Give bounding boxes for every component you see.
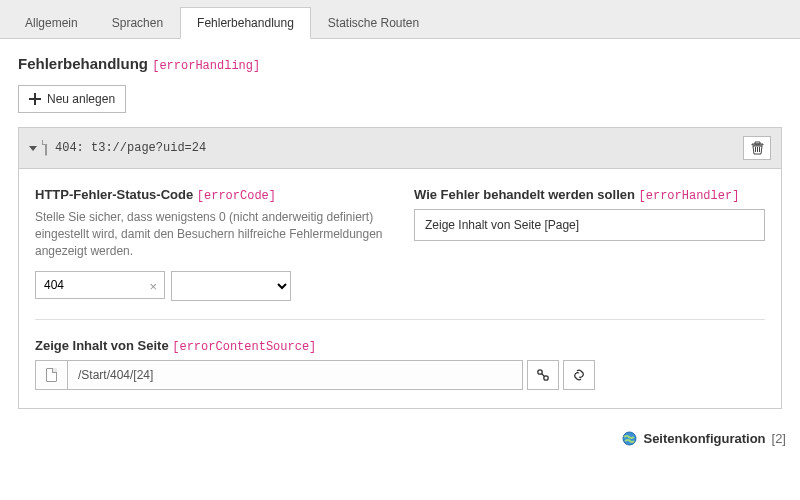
tabs-bar: Allgemein Sprachen Fehlerbehandlung Stat… [0,0,800,39]
error-code-input[interactable] [35,271,165,299]
link-wizard-button[interactable] [527,360,559,390]
error-code-tech: [errorCode] [197,189,276,203]
footer-label: Seitenkonfiguration [643,431,765,446]
section-title: Fehlerbehandlung [errorHandling] [18,55,782,73]
globe-icon [622,431,637,446]
content-source-label-text: Zeige Inhalt von Seite [35,338,169,353]
content-source-tech: [errorContentSource] [172,340,316,354]
footer: Seitenkonfiguration [2] [0,425,800,450]
file-icon [46,368,57,382]
error-handler-label: Wie Fehler behandelt werden sollen [erro… [414,187,765,203]
content-source-section: Zeige Inhalt von Seite [errorContentSour… [35,319,765,390]
record-header[interactable]: 404: t3://page?uid=24 [19,128,781,169]
link-wizard-icon [536,368,550,382]
error-handler-select[interactable]: Zeige Inhalt von Seite [Page] [414,209,765,241]
content-source-row [35,360,595,390]
section-title-tech: [errorHandling] [152,59,260,73]
fields-row: HTTP-Fehler-Status-Code [errorCode] Stel… [35,187,765,301]
error-code-select[interactable] [171,271,291,301]
tab-content: Fehlerbehandlung [errorHandling] Neu anl… [0,39,800,425]
footer-count: [2] [772,431,786,446]
tab-general[interactable]: Allgemein [8,7,95,39]
error-code-input-wrap: × [35,271,165,301]
page-icon [45,141,47,155]
tab-static-routes[interactable]: Statische Routen [311,7,436,39]
tab-error-handling[interactable]: Fehlerbehandlung [180,7,311,39]
section-title-text: Fehlerbehandlung [18,55,148,72]
content-source-input[interactable] [67,360,523,390]
content-source-type-icon-box [35,360,67,390]
error-handler-tech: [errorHandler] [639,189,740,203]
new-record-label: Neu anlegen [47,92,115,106]
tab-languages[interactable]: Sprachen [95,7,180,39]
error-code-label-text: HTTP-Fehler-Status-Code [35,187,193,202]
clear-input-icon[interactable]: × [149,279,157,294]
record-title: 404: t3://page?uid=24 [55,141,735,155]
error-code-inputs: × [35,271,386,301]
link-icon [572,368,586,382]
error-code-help: Stelle Sie sicher, dass wenigstens 0 (ni… [35,209,386,259]
error-handler-label-text: Wie Fehler behandelt werden sollen [414,187,635,202]
delete-button[interactable] [743,136,771,160]
chevron-down-icon [29,146,37,151]
plus-icon [29,93,41,105]
error-handler-col: Wie Fehler behandelt werden sollen [erro… [414,187,765,301]
error-code-col: HTTP-Fehler-Status-Code [errorCode] Stel… [35,187,386,301]
content-source-label: Zeige Inhalt von Seite [errorContentSour… [35,338,765,354]
record-body: HTTP-Fehler-Status-Code [errorCode] Stel… [19,169,781,408]
error-code-label: HTTP-Fehler-Status-Code [errorCode] [35,187,386,203]
link-button[interactable] [563,360,595,390]
record-panel: 404: t3://page?uid=24 HTTP-Fehler-Status… [18,127,782,409]
new-record-button[interactable]: Neu anlegen [18,85,126,113]
error-handler-value: Zeige Inhalt von Seite [Page] [425,218,579,232]
trash-icon [751,141,764,155]
